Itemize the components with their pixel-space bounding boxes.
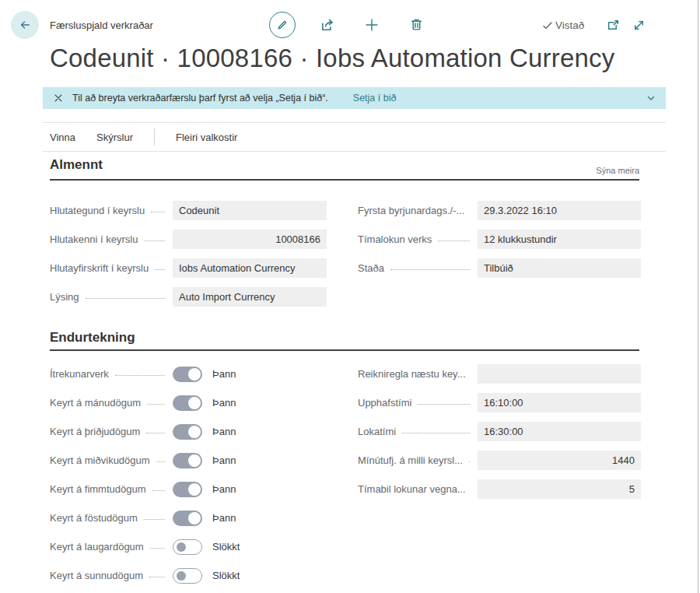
page-title: Codeunit · 10008166 · Iobs Automation Cu…: [50, 44, 672, 73]
field-label: Lokatími: [358, 426, 396, 437]
notification-action-link[interactable]: Setja í bið: [353, 93, 397, 104]
share-button[interactable]: [320, 18, 334, 32]
dotted-leader: [146, 433, 165, 433]
field-input[interactable]: 16:30:00: [478, 422, 641, 441]
toggle-row: Keyrt á þriðjudögum Þann: [50, 417, 327, 446]
open-in-window-button[interactable]: [607, 19, 620, 32]
toggle-knob: [188, 397, 201, 409]
dotted-leader: [390, 269, 470, 270]
field-label: Keyrt á fimmtudögum: [50, 483, 146, 495]
field-label: Tímalokun verks: [358, 233, 432, 245]
field-row: Tímabil lokunar vegna... 5: [358, 475, 641, 504]
field-row: Tímalokun verks 12 klukkustundir: [358, 225, 641, 254]
toggle-switch[interactable]: [173, 367, 202, 382]
section-header-endurtekning: Endurtekning: [50, 330, 639, 351]
dotted-leader: [156, 461, 165, 462]
toggle-row: Ítrekunarverk Þann: [50, 360, 327, 388]
toggle-state-label: Þann: [212, 426, 236, 437]
toggle-state-label: Þann: [212, 397, 236, 409]
field-input[interactable]: 1440: [478, 451, 641, 470]
field-label: Hlutategund í keyrslu: [50, 205, 145, 216]
toggle-switch[interactable]: [173, 395, 202, 411]
toggle-state-label: Þann: [212, 483, 236, 495]
menu-item-vinna[interactable]: Vinna: [50, 132, 75, 143]
dotted-leader: [155, 269, 165, 270]
field-input[interactable]: Auto Import Currency: [173, 287, 327, 307]
toggle-knob: [188, 454, 201, 467]
menu-item-skyrslur[interactable]: Skýrslur: [96, 132, 133, 143]
back-button[interactable]: [11, 11, 39, 39]
delete-button[interactable]: [410, 18, 423, 31]
toggle-knob: [188, 483, 201, 496]
pencil-icon: [276, 19, 289, 31]
field-input[interactable]: 29.3.2022 16:10: [478, 201, 641, 220]
breadcrumb[interactable]: Færsluspjald verkraðar: [50, 19, 153, 31]
toggle-knob: [188, 512, 201, 525]
field-label: Keyrt á laugardögum: [50, 541, 144, 553]
toggle-switch[interactable]: [173, 453, 202, 468]
field-label: Keyrt á þriðjudögum: [50, 426, 140, 437]
chevron-down-icon[interactable]: [646, 93, 656, 104]
field-row: Upphafstími 16:10:00: [358, 388, 641, 417]
field-row: Lýsing Auto Import Currency: [50, 282, 327, 311]
toggle-row: Keyrt á sunnudögum Slökkt: [50, 561, 327, 590]
dotted-leader: [147, 404, 165, 405]
field-row: Staða Tilbúið: [358, 254, 641, 282]
field-input[interactable]: 10008166: [173, 230, 327, 249]
show-more-link[interactable]: Sýna meira: [596, 166, 639, 175]
toggle-row: Keyrt á fimmtudögum Þann: [50, 475, 327, 504]
field-label: Tímabil lokunar vegna...: [358, 483, 466, 495]
field-label: Keyrt á sunnudögum: [50, 570, 143, 581]
toggle-row: Keyrt á miðvikudögum Þann: [50, 446, 327, 475]
edit-button[interactable]: [269, 12, 296, 38]
toggle-knob: [188, 368, 201, 381]
save-status-badge: Vistað: [542, 19, 584, 31]
section-title: Almennt: [50, 157, 103, 172]
toggle-switch[interactable]: [173, 482, 202, 497]
toggle-switch[interactable]: [173, 511, 202, 526]
dotted-leader: [469, 461, 470, 462]
dotted-leader: [418, 404, 470, 405]
field-input[interactable]: [478, 364, 641, 384]
plus-icon: [365, 18, 379, 32]
dotted-leader: [402, 433, 470, 433]
menu-divider: [154, 128, 155, 146]
endurtekning-right-column: Reikniregla næstu key... Upphafstími 16:…: [358, 360, 641, 504]
field-input[interactable]: 16:10:00: [478, 393, 641, 412]
section-title: Endurtekning: [50, 330, 135, 345]
toggle-state-label: Slökkt: [212, 541, 240, 553]
dotted-leader: [150, 548, 165, 549]
job-queue-entry-card: Færsluspjald verkraðar: [0, 0, 700, 593]
toggle-row: Keyrt á föstudögum Þann: [50, 504, 327, 532]
share-icon: [320, 18, 334, 32]
new-button[interactable]: [365, 18, 379, 32]
toggle-switch[interactable]: [173, 539, 202, 555]
toggle-row: Keyrt á mánudögum Þann: [50, 388, 327, 417]
field-label: Staða: [358, 262, 384, 274]
field-row: Hlutakenni í keyrslu 10008166: [50, 225, 327, 254]
toggle-knob: [188, 426, 201, 438]
dotted-leader: [438, 240, 470, 241]
field-input[interactable]: 12 klukkustundir: [478, 230, 641, 249]
close-notification-button[interactable]: [54, 93, 63, 103]
field-input[interactable]: 5: [478, 479, 641, 499]
field-label: Reikniregla næstu key...: [358, 368, 466, 380]
window-edge-divider: [698, 0, 698, 593]
field-label: Lýsing: [50, 291, 79, 303]
field-input[interactable]: Codeunit: [173, 201, 327, 220]
check-icon: [542, 20, 553, 31]
section-header-almennt: Almennt Sýna meira: [50, 157, 639, 181]
expand-button[interactable]: [632, 19, 646, 32]
popout-window-icon: [607, 19, 620, 32]
menu-item-more-options[interactable]: Fleiri valkostir: [176, 132, 237, 143]
field-label: Ítrekunarverk: [50, 368, 109, 380]
field-label: Keyrt á miðvikudögum: [50, 454, 150, 466]
field-input[interactable]: Tilbúið: [478, 258, 641, 278]
dotted-leader: [144, 519, 165, 520]
field-label: Hlutayfirskrift í keyrslu: [50, 262, 149, 274]
field-input[interactable]: Iobs Automation Currency: [173, 258, 327, 278]
field-row: Fyrsta byrjunardags./-... 29.3.2022 16:1…: [358, 196, 641, 225]
toggle-switch[interactable]: [173, 424, 202, 440]
toggle-knob: [177, 542, 186, 552]
toggle-switch[interactable]: [173, 568, 202, 584]
